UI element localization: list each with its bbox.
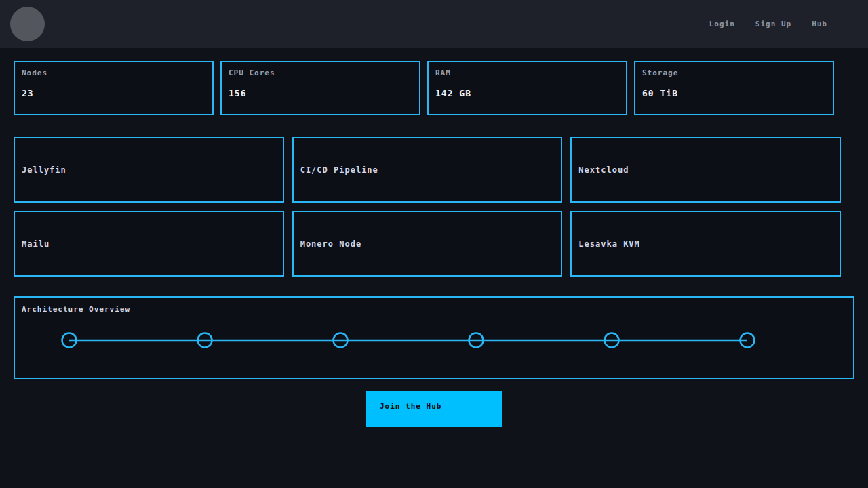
service-name: CI/CD Pipeline [300, 165, 378, 175]
service-card-monero-node[interactable]: Monero Node [292, 211, 563, 277]
join-hub-button[interactable]: Join the Hub [366, 391, 502, 427]
nav-links: Login Sign Up Hub [689, 20, 827, 28]
avatar[interactable] [10, 7, 45, 41]
stat-card-ram: RAM 142 GB [427, 61, 627, 115]
service-name: Monero Node [300, 239, 361, 249]
stats-row: Nodes 23 CPU Cores 156 RAM 142 GB Storag… [14, 61, 834, 115]
service-name: Mailu [22, 239, 50, 249]
nav-link-login[interactable]: Login [709, 20, 735, 28]
stat-value: 60 TiB [642, 88, 826, 98]
stat-card-storage: Storage 60 TiB [634, 61, 834, 115]
stat-label: Storage [642, 68, 826, 77]
service-card-lesavka-kvm[interactable]: Lesavka KVM [570, 211, 841, 277]
navbar: Login Sign Up Hub [0, 0, 868, 48]
stat-value: 156 [229, 88, 412, 98]
service-name: Nextcloud [578, 165, 629, 175]
service-card-mailu[interactable]: Mailu [14, 211, 284, 277]
service-card-nextcloud[interactable]: Nextcloud [570, 137, 841, 203]
stat-label: CPU Cores [229, 68, 412, 77]
architecture-diagram [15, 298, 853, 378]
service-name: Lesavka KVM [578, 239, 639, 249]
stat-value: 23 [22, 88, 205, 98]
service-name: Jellyfin [22, 165, 66, 175]
service-card-jellyfin[interactable]: Jellyfin [14, 137, 284, 203]
stat-label: Nodes [22, 68, 205, 77]
services-grid: Jellyfin CI/CD Pipeline Nextcloud Mailu … [14, 137, 841, 277]
nav-link-hub[interactable]: Hub [812, 20, 827, 28]
stat-card-cpu-cores: CPU Cores 156 [220, 61, 420, 115]
nav-link-signup[interactable]: Sign Up [755, 20, 791, 28]
service-card-cicd-pipeline[interactable]: CI/CD Pipeline [292, 137, 563, 203]
stat-value: 142 GB [435, 88, 619, 98]
cta-wrap: Join the Hub [0, 391, 868, 427]
architecture-panel: Architecture Overview [14, 296, 854, 379]
stat-label: RAM [435, 68, 619, 77]
stat-card-nodes: Nodes 23 [14, 61, 214, 115]
